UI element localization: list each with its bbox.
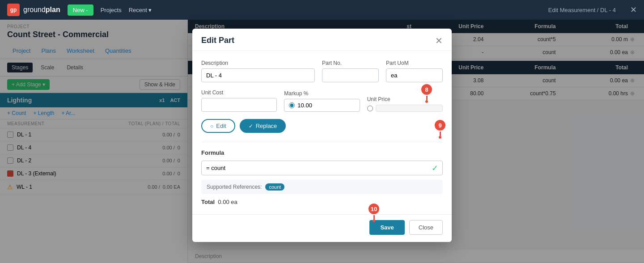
close-window-button[interactable]: ✕: [630, 5, 637, 15]
supported-refs: Supported References: count: [201, 180, 443, 194]
modal-footer: 10 Save Close: [192, 214, 452, 242]
markup-radio[interactable]: [289, 102, 295, 108]
top-nav: gp groundplan New - Projects Recent ▾ Ed…: [0, 0, 644, 20]
part-no-input[interactable]: [322, 68, 379, 82]
logo-icon: gp: [7, 4, 20, 16]
part-no-label: Part No.: [322, 60, 379, 66]
supported-refs-label: Supported References:: [207, 184, 262, 190]
unit-cost-label: Unit Cost: [201, 89, 277, 96]
close-button[interactable]: Close: [409, 220, 443, 235]
markup-group: Markup % 10.00: [284, 90, 360, 112]
modal-title: Edit Part: [201, 36, 234, 45]
description-group: Description: [201, 60, 315, 82]
description-input[interactable]: [201, 68, 315, 82]
page-title-nav: Edit Measurement / DL - 4: [548, 7, 616, 13]
description-label: Description: [201, 60, 315, 66]
part-no-group: Part No.: [322, 60, 379, 82]
unit-price-label: Unit Price: [367, 96, 443, 102]
replace-button[interactable]: ✓ Replace: [240, 119, 286, 133]
modal-body: Description Part No. Part UoM U: [192, 51, 452, 214]
edit-part-modal: 8 9 Edit Part ✕ Description: [192, 29, 452, 242]
unit-cost-input[interactable]: [201, 98, 277, 112]
logo-text: groundplan: [23, 6, 60, 14]
total-line: Total 0.00 ea: [201, 194, 443, 205]
formula-section: Formula ✓ Supported References: count To…: [201, 142, 443, 205]
logo: gp groundplan: [7, 4, 60, 16]
form-row-1: Description Part No. Part UoM: [201, 60, 443, 82]
form-row-2: Unit Cost Markup % 10.00 Unit Price: [201, 89, 443, 112]
markup-radio-group: 10.00: [284, 99, 360, 112]
unit-price-group: Unit Price: [367, 96, 443, 112]
modal-header: Edit Part ✕: [192, 29, 452, 51]
nav-new-button[interactable]: New -: [68, 4, 93, 16]
modal-overlay: 8 9 Edit Part ✕ Description: [0, 20, 644, 263]
formula-input-wrap: ✓: [201, 161, 443, 175]
modal-close-button[interactable]: ✕: [435, 36, 443, 45]
save-button[interactable]: Save: [369, 220, 404, 235]
action-buttons: ○ Edit ✓ Replace: [201, 119, 443, 133]
markup-value: 10.00: [297, 102, 312, 109]
formula-input[interactable]: [201, 161, 443, 175]
formula-check-icon: ✓: [432, 163, 438, 173]
total-label: Total: [201, 199, 215, 205]
main-content: PROJECT Count Street - Commercial Projec…: [0, 20, 644, 263]
total-value: 0.00 ea: [218, 199, 237, 205]
part-uom-group: Part UoM: [386, 60, 443, 82]
unit-price-radio[interactable]: [367, 106, 373, 111]
edit-button[interactable]: ○ Edit: [201, 119, 235, 133]
part-uom-label: Part UoM: [386, 60, 443, 66]
nav-recent-link[interactable]: Recent ▾: [129, 7, 152, 13]
unit-cost-group: Unit Cost: [201, 89, 277, 112]
markup-label: Markup %: [284, 90, 360, 97]
formula-label: Formula: [201, 149, 443, 156]
unit-price-display: [376, 105, 443, 112]
part-uom-input[interactable]: [386, 68, 443, 82]
nav-projects-link[interactable]: Projects: [101, 7, 122, 13]
ref-badge-count[interactable]: count: [265, 183, 284, 191]
